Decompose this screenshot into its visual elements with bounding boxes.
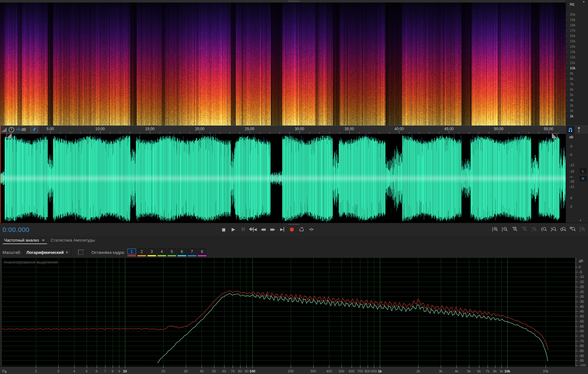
scroll-up-arrow-icon[interactable]: ▲ [579, 219, 582, 222]
hz-tick [566, 20, 567, 20]
channel-right-button[interactable]: K [580, 176, 586, 181]
waveform-corner-toggle-left[interactable] [6, 133, 12, 138]
play-button[interactable]: ▶ [229, 225, 238, 234]
waveform-panel[interactable] [0, 134, 566, 223]
timeline-tick [260, 132, 260, 134]
zoom-selection-button[interactable] [559, 225, 568, 234]
pause-button[interactable] [239, 225, 248, 234]
hz-tick [566, 52, 567, 52]
zoom-duration-button[interactable] [569, 225, 577, 234]
waveform-corner-toggle-right[interactable] [552, 133, 557, 138]
chart-db-label: 0 [579, 265, 581, 269]
hz-tick [566, 41, 567, 41]
fast-forward-button[interactable]: ▶▶​ [268, 225, 277, 234]
timeline-tick [459, 132, 459, 134]
stop-button[interactable]: ■ [219, 225, 228, 234]
hold-button-4[interactable]: 4 [158, 248, 166, 256]
chevron-down-icon[interactable]: ▼ [582, 0, 585, 3]
chart-db-label: -15 [579, 280, 584, 284]
timeline-tick [240, 132, 240, 134]
timeline-tick [100, 131, 100, 134]
analyzed-selection-label: Анализированое выделение [4, 260, 58, 264]
timeline-tick [339, 132, 340, 134]
spectrogram-frequency-ruler[interactable]: ▼ Hz 20k19k18k17k16k15k14k13k12k11k10k9k… [566, 0, 588, 126]
frequency-analysis-chart[interactable] [2, 258, 575, 366]
chart-db-label: -90 [579, 354, 584, 358]
zoom-full-button [579, 225, 587, 234]
chart-freq-tick [105, 365, 105, 368]
waveform-db-label: -∞ [569, 175, 573, 179]
pin-playhead-button[interactable] [30, 126, 38, 133]
hold-color-bar [168, 255, 176, 256]
chart-freq-tick [246, 365, 247, 368]
hz-tick-label: 5k [570, 93, 574, 97]
zoom-selection-out-point-button[interactable] [549, 225, 558, 234]
hold-button-2[interactable]: 2 [138, 248, 146, 256]
skip-to-start-button[interactable]: �​◀ [248, 225, 257, 234]
copy-frames-icon[interactable] [78, 250, 83, 255]
tab-amplitude-statistics[interactable]: Статистика Амплитуды [48, 236, 99, 244]
hold-number: 7 [188, 248, 196, 254]
panel-menu-icon[interactable]: ≡ [42, 238, 45, 243]
chart-freq-label: 8k [493, 369, 497, 373]
waveform-db-label: -6 [569, 153, 572, 157]
hold-number: 3 [148, 248, 156, 254]
current-time-display[interactable]: 0:00.000 [3, 226, 30, 233]
chart-db-label: -30 [579, 295, 584, 298]
channel-left-button[interactable]: L [580, 168, 586, 174]
hz-tick [566, 30, 567, 31]
tab-frequency-analysis[interactable]: Частотный анализ≡ [2, 236, 48, 244]
rewind-button[interactable]: ◀◀​ [258, 225, 267, 234]
hz-tick-label: 11k [570, 61, 575, 65]
spectrogram-panel-grip[interactable] [0, 0, 566, 3]
panel-tabs: Частотный анализ≡ Статистика Амплитуды [0, 236, 99, 247]
chart-db-major-tick [575, 267, 578, 267]
chart-freq-label: 50 [212, 369, 216, 373]
hold-button-5[interactable]: 5 [168, 248, 176, 256]
clock-icon[interactable] [8, 127, 14, 133]
waveform-display[interactable] [0, 134, 566, 223]
timeline-ruler[interactable]: 5:0010:0015:0020:0025:0030:0035:0040:004… [0, 126, 588, 134]
zoom-in-amplitude-button[interactable] [491, 225, 499, 234]
chart-db-label: -75 [579, 339, 584, 343]
grip-dots-icon [288, 1, 299, 2]
timeline-label: 20:00 [195, 127, 204, 131]
hold-button-7[interactable]: 7 [188, 248, 196, 256]
chart-db-ruler[interactable]: дБ 0-5-10-15-20-25-30-35-40-45-50-55-60-… [575, 258, 588, 366]
scale-select[interactable]: Логарифмический ▼ [24, 249, 71, 256]
chart-frequency-axis[interactable]: Гц 2345678910203040506070809010020030040… [0, 366, 588, 374]
zoom-in-time-button[interactable] [510, 225, 519, 234]
chart-db-major-tick [575, 297, 578, 297]
marker-icon[interactable] [577, 126, 581, 133]
scale-label: Масштаб: [3, 250, 21, 255]
snapping-toggle-button[interactable] [566, 126, 575, 133]
hold-button-3[interactable]: 3 [148, 248, 156, 256]
chart-freq-label: 300 [310, 369, 316, 373]
timeline-tick [220, 132, 220, 134]
chart-freq-label: 3 [57, 369, 59, 373]
spectrogram-display[interactable] [0, 3, 566, 126]
hz-tick [566, 100, 567, 100]
gain-value[interactable]: +0 dB [16, 127, 26, 132]
zoom-selection-in-point-button[interactable] [540, 225, 548, 234]
hold-button-1[interactable]: 1 [127, 248, 136, 256]
levels-meter-icon[interactable] [2, 128, 7, 132]
chart-db-label: -10 [579, 275, 584, 279]
hz-tick [566, 25, 567, 25]
waveform-db-ruler[interactable]: dB -3-6-12-18-∞-18-12-6-3 L K ▲ [566, 134, 588, 223]
timeline-label: 50:00 [494, 127, 504, 131]
chevron-down-icon: ▼ [65, 251, 68, 254]
chart-freq-tick [368, 365, 368, 368]
hold-button-8[interactable]: 8 [198, 248, 206, 256]
skip-to-end-button[interactable]: ▶​ [278, 225, 287, 234]
timeline-tick [230, 132, 230, 134]
skip-selection-button[interactable] [307, 225, 316, 234]
record-button[interactable] [287, 225, 296, 234]
chart-freq-tick [125, 365, 125, 368]
playhead[interactable] [0, 126, 1, 223]
chart-db-major-tick [575, 272, 578, 272]
zoom-out-amplitude-button[interactable] [501, 225, 509, 234]
loop-playback-button[interactable] [297, 225, 306, 234]
chart-freq-label: 200 [288, 369, 294, 373]
hold-button-6[interactable]: 6 [178, 248, 186, 256]
